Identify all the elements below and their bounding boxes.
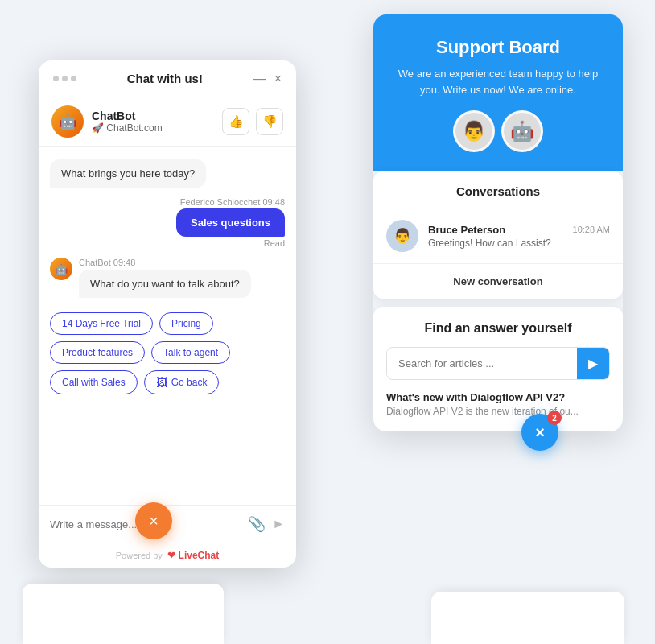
- conv-avatar-1: 👨: [386, 220, 418, 252]
- minimize-button[interactable]: —: [253, 72, 266, 85]
- search-bar: ▶: [386, 347, 610, 380]
- close-icon: ×: [535, 423, 545, 442]
- agent-message-1-wrap: 🤖 ChatBot 09:48 What do you want to talk…: [50, 258, 285, 298]
- quick-reply-pricing[interactable]: Pricing: [159, 312, 213, 335]
- agent-sub: 🚀 ChatBot.com: [92, 122, 163, 134]
- article-preview: Dialogflow API V2 is the new iteration o…: [386, 406, 610, 417]
- close-button[interactable]: ×: [274, 72, 282, 85]
- read-status: Read: [264, 238, 285, 248]
- dot-1: [53, 76, 59, 81]
- image-icon: 🖼: [156, 376, 167, 389]
- agent-actions: 👍 👎: [222, 108, 283, 135]
- agent-info: 🤖 ChatBot 🚀 ChatBot.com: [51, 105, 163, 138]
- bottom-panel-right: [431, 592, 624, 644]
- new-conversation-button[interactable]: New conversation: [373, 263, 623, 299]
- fab-left-button[interactable]: ×: [135, 502, 172, 539]
- thumbs-up-button[interactable]: 👍: [222, 108, 249, 135]
- quick-reply-call-with-sales[interactable]: Call with Sales: [50, 370, 138, 394]
- conv-time: 10:28 AM: [573, 225, 610, 234]
- chat-messages: What brings you here today? Federico Sch…: [39, 147, 296, 505]
- quick-reply-product-features[interactable]: Product features: [50, 341, 145, 364]
- user-meta: Federico Schiocchet 09:48: [180, 197, 285, 207]
- livechat-logo: ❤ LiveChat: [165, 550, 219, 561]
- header-controls: — ×: [253, 72, 282, 85]
- chat-header: Chat with us! — ×: [39, 60, 296, 97]
- conversations-title: Conversations: [373, 171, 623, 208]
- agent-msg-meta: ChatBot 09:48: [79, 258, 251, 267]
- thumbs-down-button[interactable]: 👎: [256, 108, 283, 135]
- fab-right-button[interactable]: × 2: [521, 414, 558, 451]
- support-subtitle: We are an experienced team happy to help…: [389, 66, 607, 97]
- conversations-section: Conversations 👨 Bruce Peterson 10:28 AM …: [373, 171, 623, 299]
- quick-replies: 14 Days Free Trial Pricing Product featu…: [50, 312, 285, 394]
- conversation-item-1[interactable]: 👨 Bruce Peterson 10:28 AM Greetings! How…: [373, 208, 623, 263]
- search-section: Find an answer yourself ▶ What's new wit…: [373, 307, 623, 431]
- search-input[interactable]: [387, 349, 577, 378]
- send-button[interactable]: ►: [272, 517, 285, 531]
- quick-reply-talk-to-agent[interactable]: Talk to agent: [151, 341, 230, 364]
- agent-avatar: 🤖: [51, 105, 84, 138]
- chat-widget: Chat with us! — × 🤖 ChatBot 🚀 ChatBot.co…: [39, 60, 296, 568]
- search-title: Find an answer yourself: [386, 321, 610, 336]
- dot-3: [71, 76, 76, 81]
- search-button[interactable]: ▶: [577, 348, 609, 379]
- support-widget: Support Board We are an experienced team…: [373, 14, 623, 431]
- chat-footer: Powered by ❤ LiveChat: [39, 543, 296, 568]
- attach-button[interactable]: 📎: [248, 515, 266, 533]
- quick-reply-free-trial[interactable]: 14 Days Free Trial: [50, 312, 153, 335]
- dot-2: [62, 76, 68, 81]
- search-arrow-icon: ▶: [588, 356, 598, 371]
- notification-badge: 2: [547, 411, 562, 425]
- support-header: Support Board We are an experienced team…: [373, 14, 623, 171]
- agent-bar: 🤖 ChatBot 🚀 ChatBot.com 👍 👎: [39, 97, 296, 147]
- support-title: Support Board: [389, 37, 607, 58]
- bot-message-1: What brings you here today?: [50, 159, 206, 188]
- article-title: What's new with Dialogflow API V2?: [386, 391, 610, 403]
- conv-preview: Greetings! How can I assist?: [428, 237, 610, 249]
- user-message-1-wrap: Federico Schiocchet 09:48 Sales question…: [50, 197, 285, 248]
- agent-bubble-1: What do you want to talk about?: [79, 270, 251, 298]
- header-dots: [53, 76, 76, 81]
- user-bubble-1: Sales questions: [176, 208, 285, 237]
- quick-reply-go-back[interactable]: 🖼 Go back: [144, 370, 220, 394]
- close-icon: ×: [149, 512, 159, 530]
- support-avatar-2: 🤖: [501, 110, 543, 152]
- support-avatars: 👨 🤖: [389, 110, 607, 152]
- agent-name: ChatBot: [92, 109, 163, 122]
- support-avatar-1: 👨: [453, 110, 495, 152]
- article-item-1: What's new with Dialogflow API V2? Dialo…: [386, 391, 610, 417]
- conv-name: Bruce Peterson: [428, 224, 505, 236]
- agent-msg-avatar: 🤖: [50, 258, 72, 280]
- bottom-panel-left: [23, 584, 224, 644]
- chat-title: Chat with us!: [127, 72, 203, 85]
